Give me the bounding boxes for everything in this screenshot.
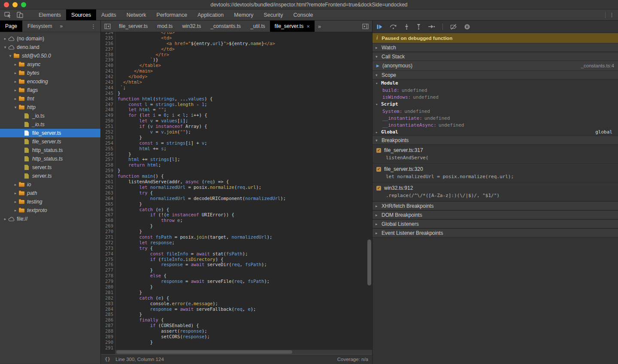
- breakpoint-checkbox[interactable]: ✓: [376, 148, 381, 153]
- line-number[interactable]: 285: [103, 312, 113, 317]
- code-line[interactable]: 274 const fileInfo = await stat(fsPath);: [101, 251, 372, 257]
- line-number[interactable]: 270: [103, 229, 113, 234]
- code-line[interactable]: 254 const s = strings[i] + v;: [101, 140, 372, 146]
- line-number[interactable]: 237: [103, 46, 113, 52]
- line-number[interactable]: 252: [103, 129, 113, 135]
- tab-security[interactable]: Security: [258, 9, 288, 20]
- breakpoint-entry[interactable]: ✓file_server.ts:320let normalizedUrl = p…: [373, 164, 618, 182]
- code-line[interactable]: 271 const fsPath = posix.join(target, no…: [101, 234, 372, 240]
- tree-item-path[interactable]: ▸path: [0, 189, 100, 197]
- section-dom-breakpoints[interactable]: ▸DOM Breakpoints: [373, 210, 618, 219]
- scope-property[interactable]: __instantiateAsync:undefined: [373, 121, 618, 128]
- code-line[interactable]: 265 }: [101, 201, 372, 207]
- line-number[interactable]: 281: [103, 290, 113, 295]
- code-line[interactable]: 260function main() {: [101, 173, 372, 179]
- line-number[interactable]: 278: [103, 273, 113, 279]
- line-number[interactable]: 258: [103, 162, 113, 168]
- code-line[interactable]: 234 </td>: [101, 32, 372, 35]
- scope-property[interactable]: System:undefined: [373, 108, 618, 115]
- zoom-window-button[interactable]: [21, 2, 26, 7]
- breakpoint-checkbox[interactable]: ✓: [376, 167, 381, 172]
- tree-item-http-status-ts[interactable]: http_status.ts: [0, 146, 100, 155]
- toggle-debugger-sidebar-icon[interactable]: [359, 21, 372, 32]
- code-line[interactable]: 276 response = await serveDir(req, fsPat…: [101, 262, 372, 267]
- tab-filesystem[interactable]: Filesystem: [22, 21, 57, 32]
- code-line[interactable]: 244 `;: [101, 85, 372, 91]
- tree-item-io[interactable]: ▸io: [0, 180, 100, 189]
- scope-group-global[interactable]: ▸Globalglobal: [373, 128, 618, 136]
- line-number[interactable]: 253: [103, 135, 113, 140]
- code-line[interactable]: 241 </main>: [101, 68, 372, 74]
- code-line[interactable]: 267 if (!(e instanceof URIError)) {: [101, 212, 372, 218]
- tab-audits[interactable]: Audits: [96, 9, 121, 20]
- device-toolbar-icon[interactable]: [17, 12, 23, 18]
- section-breakpoints[interactable]: ▾ Breakpoints: [373, 136, 618, 145]
- code-line[interactable]: 253 }: [101, 135, 372, 140]
- code-line[interactable]: 283 console.error(e.message);: [101, 301, 372, 306]
- line-number[interactable]: 255: [103, 146, 113, 152]
- line-number[interactable]: 264: [103, 196, 113, 201]
- code-line[interactable]: 247 const l = strings.length - 1;: [101, 102, 372, 107]
- code-line[interactable]: 277 }: [101, 267, 372, 273]
- code-line[interactable]: 248 let html = "";: [101, 107, 372, 112]
- tree-item-io-ts[interactable]: _io.ts: [0, 120, 100, 129]
- tab-memory[interactable]: Memory: [229, 9, 258, 20]
- code-line[interactable]: 240 </table>: [101, 63, 372, 68]
- code-line[interactable]: 256 }: [101, 152, 372, 157]
- line-number[interactable]: 256: [103, 152, 113, 157]
- line-number[interactable]: 249: [103, 112, 113, 118]
- code-line[interactable]: 272 let response;: [101, 240, 372, 246]
- line-number[interactable]: 274: [103, 251, 113, 257]
- code-line[interactable]: 290 }: [101, 340, 372, 345]
- tab-console[interactable]: Console: [288, 9, 318, 20]
- code-line[interactable]: 243 </html>: [101, 79, 372, 85]
- code-line[interactable]: 238 </tr>: [101, 52, 372, 58]
- close-window-button[interactable]: [4, 2, 9, 7]
- code-line[interactable]: 261 listenAndServe(addr, async (req) => …: [101, 179, 372, 185]
- line-number[interactable]: 265: [103, 201, 113, 207]
- code-line[interactable]: 257 html += strings[l];: [101, 157, 372, 162]
- code-line[interactable]: 237 </td>: [101, 46, 372, 52]
- scope-group-module[interactable]: ▾Module: [373, 79, 618, 87]
- tab-elements[interactable]: Elements: [33, 9, 66, 20]
- code-line[interactable]: 266 catch (e) {: [101, 207, 372, 212]
- tree-item-bytes[interactable]: ▸bytes: [0, 69, 100, 77]
- line-number[interactable]: 243: [103, 79, 113, 85]
- line-number[interactable]: 273: [103, 246, 113, 251]
- line-number[interactable]: 282: [103, 295, 113, 301]
- code-line[interactable]: 270 }: [101, 229, 372, 234]
- code-line[interactable]: 235 <td>: [101, 35, 372, 41]
- line-number[interactable]: 247: [103, 102, 113, 107]
- line-number[interactable]: 288: [103, 328, 113, 334]
- line-number[interactable]: 286: [103, 317, 113, 323]
- tree-item-textproto[interactable]: ▸textproto: [0, 206, 100, 215]
- section-global-listeners[interactable]: ▸Global Listeners: [373, 219, 618, 228]
- tab-sources[interactable]: Sources: [66, 9, 96, 20]
- code-line[interactable]: 289 setCORS(response);: [101, 334, 372, 340]
- editor-tab-mod-ts[interactable]: mod.ts: [152, 21, 177, 32]
- call-stack-frame[interactable]: ▶(anonymous)_constants.ts:4: [373, 61, 618, 70]
- tab-page[interactable]: Page: [0, 21, 22, 32]
- line-number[interactable]: 261: [103, 179, 113, 185]
- line-number[interactable]: 236: [103, 41, 113, 46]
- line-number[interactable]: 251: [103, 124, 113, 129]
- line-number[interactable]: 234: [103, 32, 113, 35]
- code-line[interactable]: 273 try {: [101, 246, 372, 251]
- editor-horizontal-scrollbar[interactable]: [115, 350, 372, 354]
- tree-item-fmt[interactable]: ▸fmt: [0, 94, 100, 103]
- line-number[interactable]: 246: [103, 96, 113, 102]
- scope-property[interactable]: __instantiate:undefined: [373, 115, 618, 121]
- line-number[interactable]: 290: [103, 340, 113, 345]
- tree-item-server-ts[interactable]: server.ts: [0, 172, 100, 180]
- line-number[interactable]: 241: [103, 68, 113, 74]
- line-number[interactable]: 272: [103, 240, 113, 246]
- resume-icon[interactable]: [377, 24, 382, 29]
- scope-group-script[interactable]: ▾Script: [373, 100, 618, 108]
- line-number[interactable]: 244: [103, 85, 113, 91]
- line-number[interactable]: 240: [103, 63, 113, 68]
- line-number[interactable]: 289: [103, 334, 113, 340]
- code-line[interactable]: 284 response = await serveFallback(req, …: [101, 306, 372, 312]
- navigator-more-tabs-icon[interactable]: »: [57, 21, 65, 32]
- breakpoint-checkbox[interactable]: ✓: [376, 186, 381, 191]
- editor-tab-win32-ts[interactable]: win32.ts: [177, 21, 206, 32]
